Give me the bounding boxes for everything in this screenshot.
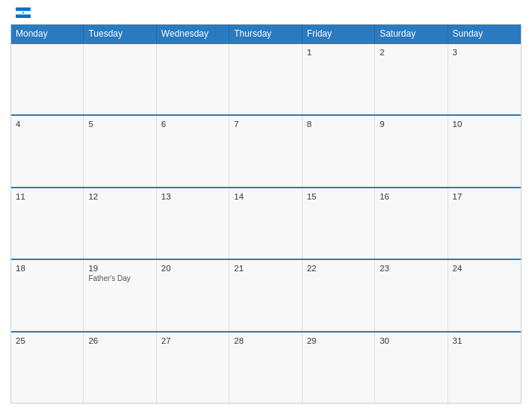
calendar-cell: 19Father's Day [84, 260, 156, 330]
day-number: 15 [307, 192, 370, 201]
day-number: 12 [88, 192, 151, 201]
calendar-cell [11, 44, 84, 114]
day-number: 19 [88, 264, 151, 273]
calendar-cell [229, 44, 302, 114]
calendar-cell: 17 [448, 188, 521, 259]
header-day-tuesday: Tuesday [84, 25, 156, 43]
day-number: 26 [88, 336, 151, 345]
calendar-cell: 11 [11, 188, 84, 259]
day-number: 14 [234, 192, 297, 201]
logo [12, 7, 31, 18]
calendar-cell: 26 [84, 333, 156, 403]
calendar-cell: 22 [303, 260, 375, 330]
calendar-cell [84, 44, 156, 114]
calendar-week-5: 25262728293031 [11, 331, 521, 403]
calendar-week-1: 123 [11, 43, 521, 114]
day-number: 16 [380, 192, 442, 201]
calendar-cell: 31 [448, 333, 521, 403]
day-number: 28 [234, 336, 297, 345]
calendar-cell: 4 [11, 116, 84, 186]
calendar-cell: 13 [157, 188, 229, 259]
calendar-cell: 18 [11, 260, 84, 330]
header-day-thursday: Thursday [229, 25, 302, 43]
calendar-cell: 10 [448, 116, 521, 186]
calendar-cell: 21 [229, 260, 302, 330]
header-day-wednesday: Wednesday [157, 25, 229, 43]
calendar-cell: 9 [375, 116, 448, 186]
event-label: Father's Day [88, 274, 151, 282]
day-number: 17 [453, 192, 516, 201]
day-number: 21 [234, 264, 297, 273]
calendar-cell: 24 [448, 260, 521, 330]
calendar-cell: 8 [303, 116, 375, 186]
calendar-cell: 3 [448, 44, 521, 114]
calendar-cell: 14 [229, 188, 302, 259]
day-number: 22 [307, 264, 370, 273]
header [10, 7, 522, 18]
calendar-cell: 12 [84, 188, 156, 259]
day-number: 3 [453, 48, 516, 57]
header-day-saturday: Saturday [375, 25, 448, 43]
calendar-cell: 2 [375, 44, 448, 114]
calendar-cell: 20 [157, 260, 229, 330]
calendar-cell: 1 [303, 44, 375, 114]
calendar-week-2: 45678910 [11, 114, 521, 186]
calendar-header-row: MondayTuesdayWednesdayThursdayFridaySatu… [11, 25, 521, 43]
day-number: 4 [16, 120, 78, 129]
calendar-page: MondayTuesdayWednesdayThursdayFridaySatu… [0, 0, 532, 411]
calendar-cell: 30 [375, 333, 448, 403]
day-number: 10 [453, 120, 516, 129]
day-number: 11 [16, 192, 78, 201]
calendar-cell: 27 [157, 333, 229, 403]
calendar-cell: 23 [375, 260, 448, 330]
honduras-flag-icon [16, 7, 31, 18]
calendar-cell: 16 [375, 188, 448, 259]
day-number: 27 [161, 336, 224, 345]
day-number: 30 [380, 336, 442, 345]
day-number: 1 [307, 48, 370, 57]
svg-point-2 [22, 12, 24, 13]
day-number: 5 [88, 120, 151, 129]
day-number: 8 [307, 120, 370, 129]
day-number: 24 [453, 264, 516, 273]
header-day-friday: Friday [303, 25, 375, 43]
day-number: 2 [380, 48, 442, 57]
day-number: 13 [161, 192, 224, 201]
calendar-week-4: 1819Father's Day2021222324 [11, 259, 521, 330]
header-day-sunday: Sunday [448, 25, 521, 43]
day-number: 9 [380, 120, 442, 129]
calendar-cell: 7 [229, 116, 302, 186]
calendar-cell: 15 [303, 188, 375, 259]
day-number: 29 [307, 336, 370, 345]
day-number: 7 [234, 120, 297, 129]
calendar-cell: 6 [157, 116, 229, 186]
day-number: 31 [453, 336, 516, 345]
calendar-week-3: 11121314151617 [11, 187, 521, 259]
day-number: 20 [161, 264, 224, 273]
calendar-cell [157, 44, 229, 114]
day-number: 25 [16, 336, 78, 345]
day-number: 6 [161, 120, 224, 129]
calendar-cell: 28 [229, 333, 302, 403]
calendar-grid: MondayTuesdayWednesdayThursdayFridaySatu… [10, 24, 522, 404]
calendar-cell: 29 [303, 333, 375, 403]
day-number: 18 [16, 264, 78, 273]
header-day-monday: Monday [11, 25, 84, 43]
calendar-cell: 5 [84, 116, 156, 186]
calendar-cell: 25 [11, 333, 84, 403]
day-number: 23 [380, 264, 442, 273]
calendar-body: 12345678910111213141516171819Father's Da… [11, 43, 521, 403]
